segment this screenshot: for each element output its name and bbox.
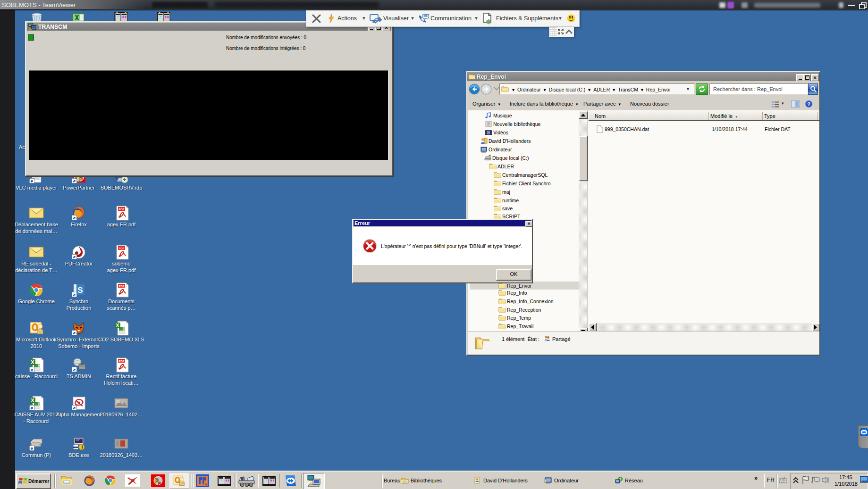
svg-text:?: ? <box>807 101 810 107</box>
svg-text:P: P <box>79 176 83 182</box>
svg-text:P: P <box>158 481 161 486</box>
svg-text:S: S <box>77 286 83 295</box>
svg-text:12: 12 <box>205 483 208 485</box>
